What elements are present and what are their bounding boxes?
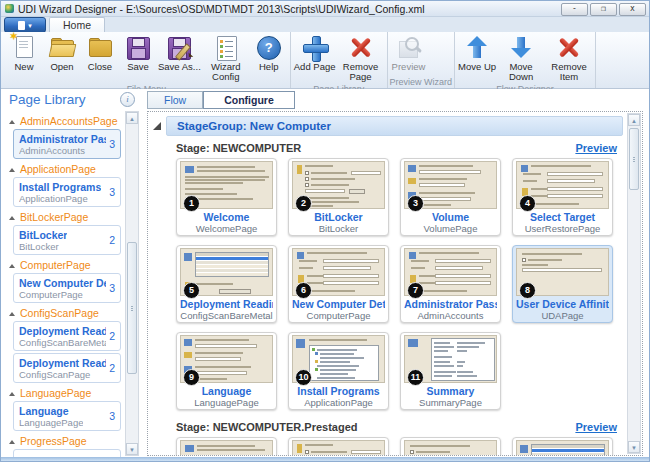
page-title-link[interactable]: Administrator Passw... — [404, 298, 497, 310]
page-title-link[interactable]: Install Programs — [292, 385, 385, 397]
restore-button[interactable]: ❐ — [590, 3, 617, 16]
add-page-button[interactable]: Add Page — [293, 33, 337, 73]
stage-label: Stage: NEWCOMPUTER — [176, 142, 301, 154]
page-card[interactable] — [512, 437, 613, 455]
sidebar-item-deployment-readiness[interactable]: Deployment ReadinessConfigScanPage2 — [13, 353, 121, 383]
info-icon[interactable]: i — [120, 92, 135, 107]
ribbon-tab-strip: ▾ Home — [1, 17, 649, 32]
collapse-caret-icon — [9, 437, 15, 444]
sidebar-item-title: Language — [19, 405, 83, 417]
page-title-link[interactable]: Deployment Readiness — [180, 298, 273, 310]
scroll-up-icon[interactable]: ▲ — [126, 112, 138, 124]
help-icon: ? — [253, 34, 285, 62]
sidebar-item-bitlocker[interactable]: BitLockerBitLocker2 — [13, 225, 121, 255]
stage-group-header[interactable]: StageGroup: New Computer — [166, 116, 623, 136]
sidebar-group-computerpage[interactable]: ComputerPage — [7, 259, 123, 271]
main-scrollbar[interactable]: ▲ ▼ — [627, 113, 641, 454]
page-card-user-device-affinity[interactable]: 8User Device AffinityUDAPage — [512, 245, 613, 323]
page-title-link[interactable]: New Computer Details — [292, 298, 385, 310]
main-area: Flow Configure StageGroup: New Computer … — [141, 89, 647, 457]
scrollbar-thumb[interactable] — [127, 242, 137, 374]
page-card-welcome[interactable]: 1WelcomeWelcomePage — [176, 158, 277, 236]
new-button[interactable]: ✶New — [5, 33, 43, 73]
page-card[interactable] — [176, 437, 277, 455]
ribbon-group-flow-designer: Move UpMove DownRemove ItemFlow Designer — [455, 32, 596, 88]
tab-flow[interactable]: Flow — [147, 91, 203, 109]
page-card-deployment-readiness[interactable]: 5Deployment ReadinessConfigScanBareMetal — [176, 245, 277, 323]
open-label: Open — [44, 62, 80, 72]
ribbon-group-page-library: Add PageRemove PagePage Library — [291, 32, 388, 88]
sidebar-group-bitlockerpage[interactable]: BitLockerPage — [7, 211, 123, 223]
remove-x-icon — [345, 34, 377, 62]
page-title-link[interactable]: Volume — [404, 211, 497, 223]
sidebar-item-subtitle: ApplicationPage — [19, 193, 101, 204]
save-button[interactable]: Save — [119, 33, 157, 73]
close-button[interactable]: Close — [81, 33, 119, 73]
page-card-volume[interactable]: 3VolumeVolumePage — [400, 158, 501, 236]
page-number-badge: 4 — [519, 195, 536, 212]
page-card-select-target[interactable]: 4Select TargetUserRestorePage — [512, 158, 613, 236]
sidebar-item-empty[interactable] — [13, 449, 121, 457]
page-subtitle: ComputerPage — [292, 310, 385, 321]
page-card-summary[interactable]: 11SummarySummaryPage — [400, 332, 501, 410]
save-as-button[interactable]: Save As... — [157, 33, 202, 73]
page-title-link[interactable]: Select Target — [516, 211, 609, 223]
sidebar-item-title: Install Programs — [19, 181, 101, 193]
page-subtitle: BitLocker — [292, 223, 385, 234]
tab-home[interactable]: Home — [49, 17, 105, 33]
tab-configure[interactable]: Configure — [203, 91, 295, 109]
page-card[interactable] — [400, 437, 501, 455]
add-page-label: Add Page — [294, 62, 336, 72]
sidebar-item-language[interactable]: LanguageLanguagePage3 — [13, 401, 121, 431]
open-folder-icon — [46, 34, 78, 62]
preview-link[interactable]: Preview — [575, 421, 617, 433]
sidebar-group-label: ProgressPage — [20, 435, 87, 447]
new-document-icon: ✶ — [8, 34, 40, 62]
page-card-new-computer-details[interactable]: 6New Computer DetailsComputerPage — [288, 245, 389, 323]
move-down-button[interactable]: Move Down — [497, 33, 545, 83]
page-title-link[interactable]: Summary — [404, 385, 497, 397]
sidebar-item-subtitle: ConfigScanPage — [19, 369, 106, 380]
sidebar-group-configscanpage[interactable]: ConfigScanPage — [7, 307, 123, 319]
sidebar-item-new-computer-details[interactable]: New Computer DetailsComputerPage3 — [13, 273, 121, 303]
sidebar-group-progresspage[interactable]: ProgressPage — [7, 435, 123, 447]
page-number-badge: 6 — [295, 282, 312, 299]
scrollbar-thumb[interactable] — [629, 128, 639, 190]
page-title-link[interactable]: Language — [180, 385, 273, 397]
sidebar-group-applicationpage[interactable]: ApplicationPage — [7, 163, 123, 175]
page-title-link[interactable]: User Device Affinity — [516, 298, 609, 310]
help-button[interactable]: ?Help — [250, 33, 288, 73]
page-title-link[interactable]: Welcome — [180, 211, 273, 223]
scroll-up-icon[interactable]: ▲ — [628, 114, 640, 126]
sidebar-item-count: 2 — [109, 330, 115, 342]
remove-x-icon — [553, 34, 585, 62]
sidebar-item-install-programs[interactable]: Install ProgramsApplicationPage3 — [13, 177, 121, 207]
wizard-config-button[interactable]: Wizard Config — [202, 33, 250, 83]
stage-header-stage-newcomputer: Stage: NEWCOMPUTERPreview — [176, 140, 617, 155]
scroll-down-icon[interactable]: ▼ — [628, 441, 640, 453]
minimize-button[interactable]: - — [561, 3, 588, 16]
page-card-language[interactable]: 9LanguageLanguagePage — [176, 332, 277, 410]
sidebar-item-administrator-password[interactable]: Administrator PasswordAdminAccounts3 — [13, 129, 121, 159]
preview-link[interactable]: Preview — [575, 142, 617, 154]
chevron-down-icon: ▾ — [28, 22, 32, 29]
sidebar-group-label: ComputerPage — [20, 259, 91, 271]
move-up-button[interactable]: Move Up — [457, 33, 497, 73]
scroll-down-icon[interactable]: ▼ — [126, 443, 138, 455]
remove-item-button[interactable]: Remove Item — [545, 33, 593, 83]
sidebar-item-deployment-readiness[interactable]: Deployment ReadinessConfigScanBareMetal2 — [13, 321, 121, 351]
remove-page-button[interactable]: Remove Page — [337, 33, 385, 83]
sidebar-group-adminaccountspage[interactable]: AdminAccountsPage — [7, 115, 123, 127]
sidebar-group-languagepage[interactable]: LanguagePage — [7, 387, 123, 399]
page-title-link[interactable]: BitLocker — [292, 211, 385, 223]
preview-button[interactable]: Preview — [390, 33, 428, 73]
page-card-install-programs[interactable]: 10Install ProgramsApplicationPage — [288, 332, 389, 410]
expander-icon[interactable] — [153, 122, 161, 130]
collapse-caret-icon — [9, 389, 15, 396]
open-button[interactable]: Open — [43, 33, 81, 73]
close-button[interactable]: x — [619, 3, 646, 16]
page-card[interactable] — [288, 437, 389, 455]
page-card-administrator-passw[interactable]: 7Administrator Passw...AdminAccounts — [400, 245, 501, 323]
sidebar-scrollbar[interactable]: ▲ ▼ — [125, 111, 139, 456]
page-card-bitlocker[interactable]: 2BitLockerBitLocker — [288, 158, 389, 236]
